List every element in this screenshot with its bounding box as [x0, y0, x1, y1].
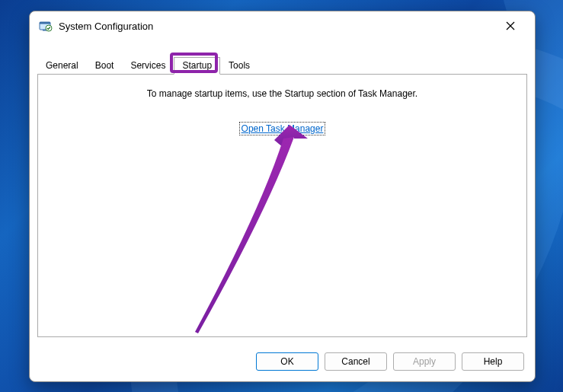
- open-task-manager-link[interactable]: Open Task Manager: [239, 122, 326, 135]
- close-button[interactable]: [495, 14, 526, 37]
- cancel-button[interactable]: Cancel: [325, 352, 387, 371]
- svg-rect-1: [40, 22, 50, 24]
- annotation-arrow: [152, 120, 320, 349]
- tab-startup[interactable]: Startup: [174, 57, 220, 75]
- apply-button: Apply: [393, 352, 456, 371]
- dialog-button-row: OK Cancel Apply Help: [30, 345, 535, 381]
- tab-content-area: To manage startup items, use the Startup…: [37, 74, 527, 337]
- tab-boot[interactable]: Boot: [87, 57, 123, 75]
- tab-tools[interactable]: Tools: [220, 57, 258, 75]
- tab-services[interactable]: Services: [122, 57, 174, 75]
- help-button[interactable]: Help: [462, 352, 524, 371]
- tab-general[interactable]: General: [37, 57, 87, 75]
- tabs-row: General Boot Services Startup Tools: [30, 56, 535, 74]
- system-configuration-dialog: System Configuration General Boot Servic…: [29, 11, 536, 382]
- startup-instruction-text: To manage startup items, use the Startup…: [38, 88, 526, 99]
- close-icon: [506, 21, 515, 30]
- ok-button[interactable]: OK: [256, 352, 318, 371]
- titlebar: System Configuration: [30, 11, 535, 40]
- msconfig-icon: [39, 20, 53, 32]
- window-title: System Configuration: [59, 21, 495, 32]
